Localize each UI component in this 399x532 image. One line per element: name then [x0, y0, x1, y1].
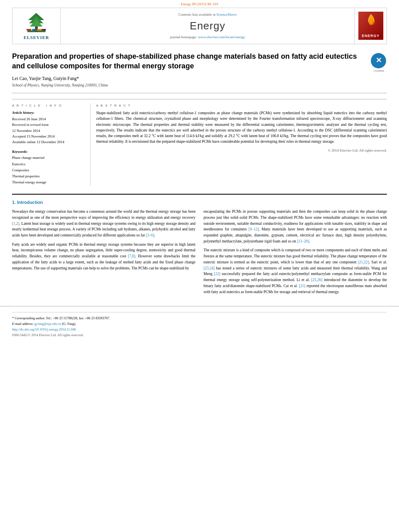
svg-rect-8: [42, 29, 46, 31]
email-link[interactable]: gyfang@nju.edu.cn: [34, 322, 61, 326]
energy-logo-box: ENERGY: [358, 12, 383, 40]
ref-21-22: [21,22]: [358, 260, 369, 264]
elsevier-logo: ELSEVIER: [23, 11, 49, 41]
footnote-1: * Corresponding author. Tel.: +86 25 517…: [12, 316, 387, 321]
homepage-line: journal homepage: www.elsevier.com/locat…: [170, 35, 245, 40]
sciencedirect-link[interactable]: ScienceDirect: [216, 12, 237, 16]
crossmark-badge: ✕ CrossMark: [371, 53, 387, 69]
energy-logo-section: ENERGY: [354, 8, 387, 44]
article-title-text: Preparation and properties of shape-stab…: [12, 51, 367, 88]
keywords-label: Keywords:: [12, 149, 84, 154]
journal-center-info: Contents lists available at ScienceDirec…: [61, 8, 354, 44]
ref-25-26: [25,26]: [311, 278, 323, 282]
footer-divider: [12, 312, 387, 312]
authors-line: Lei Cao, Yaojie Tang, Guiyin Fang*: [12, 75, 367, 82]
keyword-1: Phase change material: [12, 155, 84, 161]
copyright-line: © 2014 Elsevier Ltd. All rights reserved…: [96, 148, 387, 153]
ref-7-8: [7,8]: [128, 254, 135, 258]
authors: Lei Cao, Yaojie Tang, Guiyin Fang*: [12, 76, 79, 81]
article-history-label: Article history:: [12, 110, 84, 115]
intro-body: Nowadays the energy conservation has bec…: [12, 209, 387, 298]
elsevier-tree-icon: [23, 11, 49, 33]
keyword-3: Composites: [12, 167, 84, 173]
intro-col-left: Nowadays the energy conservation has bec…: [12, 209, 195, 298]
article-info-column: A R T I C L E I N F O Article history: R…: [12, 103, 90, 186]
footnote-2: E-mail address: gyfang@nju.edu.cn (G. Fa…: [12, 321, 387, 327]
journal-title: Energy: [190, 18, 225, 33]
abstract-text: Shape-stabilized fatty acid eutectics/ca…: [96, 110, 387, 145]
ref-23-24: [23,24]: [204, 266, 215, 270]
energy-logo-text: ENERGY: [362, 33, 379, 39]
abstract-column: A B S T R A C T Shape-stabilized fatty a…: [90, 103, 387, 186]
accepted-date: Accepted 15 November 2014: [12, 134, 84, 139]
ref-22b: [22]: [214, 272, 220, 276]
homepage-link[interactable]: www.elsevier.com/locate/energy: [198, 35, 245, 39]
ref-21b: [21]: [299, 284, 305, 288]
intro-para-2: Fatty acids are widely used organic PCMs…: [12, 242, 195, 271]
elsevier-brand-text: ELSEVIER: [24, 35, 49, 41]
homepage-prefix: journal homepage:: [170, 35, 197, 39]
svg-rect-5: [27, 29, 31, 31]
intro-section-title: 1. Introduction: [12, 199, 387, 205]
intro-para-3: encapsulating the PCMs in porous support…: [204, 209, 387, 244]
revised-date: 12 November 2014: [12, 128, 84, 134]
article-main-title: Preparation and properties of shape-stab…: [12, 51, 367, 71]
article-info-abstract: A R T I C L E I N F O Article history: R…: [12, 99, 387, 186]
main-content: Preparation and properties of shape-stab…: [0, 44, 399, 298]
page-footer: * Corresponding author. Tel.: +86 25 517…: [0, 306, 399, 339]
article-info-header: A R T I C L E I N F O: [12, 103, 84, 108]
affiliation-line: School of Physics, Nanjing University, N…: [12, 83, 367, 88]
elsevier-logo-section: ELSEVIER: [12, 8, 61, 44]
ref-13-20: [13–20]: [297, 239, 309, 243]
received-revised-label: Received in revised form: [12, 122, 84, 127]
intro-para-4: The eutectic mixture is a kind of compos…: [204, 247, 387, 295]
abstract-header: A B S T R A C T: [96, 103, 387, 108]
intro-col-right: encapsulating the PCMs in porous support…: [204, 209, 387, 298]
received-date: Received 26 June 2014: [12, 116, 84, 122]
journal-header: ELSEVIER Contents lists available at Sci…: [12, 8, 387, 44]
keyword-4: Thermal properties: [12, 173, 84, 179]
crossmark-label: CrossMark: [371, 69, 387, 72]
introduction-section: 1. Introduction Nowadays the energy cons…: [12, 194, 387, 298]
ref-1-2: [1,2]: [12, 222, 19, 226]
crossmark-symbol: ✕: [376, 55, 382, 66]
journal-reference: Energy 80 (2015) 98–103: [0, 0, 399, 8]
sciencedirect-line: Contents lists available at ScienceDirec…: [179, 12, 237, 17]
sciencedirect-prefix: Contents lists available at: [179, 12, 216, 16]
ref-3-6: [3–6]: [146, 233, 154, 237]
crossmark-icon: ✕: [371, 53, 386, 68]
article-title-section: Preparation and properties of shape-stab…: [12, 44, 387, 93]
keyword-2: Eutectics: [12, 161, 84, 167]
svg-rect-7: [37, 29, 42, 31]
energy-flame-icon: [365, 13, 377, 31]
keyword-5: Thermal energy storage: [12, 179, 84, 185]
doi-link[interactable]: http://dx.doi.org/10.1016/j.energy.2014.…: [12, 327, 76, 331]
issn-line: 0360-5442/© 2014 Elsevier Ltd. All right…: [12, 333, 387, 338]
svg-rect-6: [32, 29, 36, 31]
intro-para-1: Nowadays the energy conservation has bec…: [12, 209, 195, 238]
doi-line: http://dx.doi.org/10.1016/j.energy.2014.…: [12, 327, 387, 332]
available-date: Available online 12 December 2014: [12, 139, 84, 145]
ref-9-12: [9–12]: [249, 227, 259, 231]
